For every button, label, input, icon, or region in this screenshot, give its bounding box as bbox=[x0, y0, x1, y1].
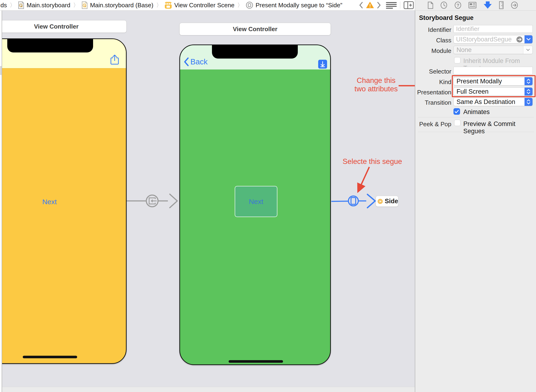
warning-icon[interactable] bbox=[366, 2, 374, 9]
download-icon[interactable] bbox=[318, 59, 327, 69]
storyboard-canvas[interactable]: View Controller View Controller Next Bac… bbox=[0, 10, 415, 392]
inspector-section-header: Storyboard Segue bbox=[419, 14, 474, 22]
document-outline-icon[interactable] bbox=[386, 2, 397, 9]
segue-icon bbox=[246, 1, 253, 9]
class-combo[interactable] bbox=[454, 35, 533, 44]
presentation-label: Presentation bbox=[416, 89, 451, 96]
module-value: None bbox=[454, 46, 523, 54]
attributes-inspector-panel: Storyboard Segue Identifier Class Module… bbox=[415, 10, 536, 392]
class-jump-arrow-icon[interactable] bbox=[516, 36, 523, 43]
kind-popup[interactable]: Present Modally bbox=[454, 77, 533, 85]
peek-pop-text: Preview & Commit Segues bbox=[463, 120, 536, 135]
breadcrumb-separator: 〉 bbox=[237, 1, 243, 9]
selector-label: Selector bbox=[416, 68, 451, 75]
canvas-bottom-strip bbox=[0, 387, 415, 392]
breadcrumb-item-storyboard[interactable]: Main.storyboard bbox=[18, 1, 70, 9]
class-dropdown-button[interactable] bbox=[525, 35, 532, 43]
storyboard-file-icon bbox=[18, 1, 24, 9]
scene2-home-indicator bbox=[229, 360, 283, 363]
size-inspector-icon[interactable] bbox=[499, 1, 504, 9]
transition-value: Same As Destination bbox=[454, 98, 525, 106]
breadcrumb: ds 〉 Main.storyboard 〉 Main.storyboard (… bbox=[0, 0, 342, 10]
svg-text:?: ? bbox=[456, 3, 459, 8]
peek-pop-label: Peek & Pop bbox=[416, 121, 451, 128]
transition-label: Transition bbox=[416, 99, 451, 106]
scene2-next-button[interactable]: Next bbox=[235, 186, 277, 217]
breadcrumb-separator: 〉 bbox=[9, 1, 16, 9]
transition-popup[interactable]: Same As Destination bbox=[454, 98, 533, 106]
annotation-select-segue: Selecte this segue bbox=[340, 157, 405, 166]
presentation-popup[interactable]: Full Screen bbox=[454, 87, 533, 96]
scene2-notch bbox=[212, 45, 298, 59]
peek-pop-checkbox[interactable] bbox=[454, 120, 460, 126]
scene2-title: View Controller bbox=[233, 26, 277, 33]
inspector-tabs: ? bbox=[428, 0, 518, 10]
scene1-title-bar[interactable]: View Controller bbox=[0, 20, 127, 33]
transition-stepper[interactable] bbox=[525, 98, 532, 106]
back-button[interactable] bbox=[359, 2, 363, 9]
forward-button[interactable] bbox=[377, 2, 381, 9]
scene2-title-bar[interactable]: View Controller bbox=[179, 23, 331, 35]
class-field[interactable] bbox=[454, 36, 516, 43]
identifier-label: Identifier bbox=[416, 26, 451, 33]
breadcrumb-label: View Controller Scene bbox=[174, 2, 234, 9]
breadcrumb-label: Present Modally segue to “Side” bbox=[256, 2, 342, 9]
connections-inspector-icon[interactable] bbox=[511, 1, 518, 9]
inherit-module-checkbox[interactable] bbox=[454, 57, 460, 63]
document-outline-collapsed[interactable] bbox=[0, 10, 2, 392]
breadcrumb-item-scene[interactable]: View Controller Scene bbox=[165, 2, 234, 9]
back-chevron-icon bbox=[184, 57, 189, 66]
module-popup[interactable]: None bbox=[454, 46, 533, 54]
animates-checkbox[interactable] bbox=[454, 108, 460, 115]
annotation-change-attributes: Change this two attributes bbox=[350, 76, 402, 93]
module-dropdown-button[interactable] bbox=[523, 46, 532, 54]
scene1-view-controller[interactable]: Next bbox=[0, 38, 127, 364]
xcode-window: ds 〉 Main.storyboard 〉 Main.storyboard (… bbox=[0, 0, 536, 392]
side-label: Side bbox=[385, 198, 398, 205]
identifier-field[interactable] bbox=[454, 25, 533, 33]
breadcrumb-item-truncated[interactable]: ds bbox=[0, 2, 7, 9]
animates-label: Animates bbox=[463, 108, 490, 116]
outline-drag-handle[interactable] bbox=[0, 66, 2, 75]
editor-controls bbox=[359, 0, 414, 10]
toolbar: ds 〉 Main.storyboard 〉 Main.storyboard (… bbox=[0, 0, 536, 10]
divider bbox=[418, 132, 534, 132]
exit-icon bbox=[378, 198, 383, 205]
back-label: Back bbox=[190, 57, 207, 66]
next-label: Next bbox=[249, 198, 263, 205]
scene1-next-button[interactable]: Next bbox=[0, 198, 110, 206]
divider bbox=[418, 117, 534, 117]
scene1-home-indicator bbox=[23, 356, 77, 358]
breadcrumb-separator: 〉 bbox=[156, 1, 162, 9]
attributes-inspector-icon[interactable] bbox=[483, 1, 492, 9]
storyboard-file-icon bbox=[81, 1, 88, 9]
breadcrumb-item-storyboard-base[interactable]: Main.storyboard (Base) bbox=[81, 1, 153, 9]
add-editor-icon[interactable] bbox=[403, 1, 414, 9]
help-inspector-icon[interactable]: ? bbox=[455, 1, 461, 9]
breadcrumb-label: ds bbox=[0, 2, 7, 9]
scene2-back-button[interactable]: Back bbox=[184, 57, 207, 66]
history-inspector-icon[interactable] bbox=[440, 1, 447, 9]
presentation-value: Full Screen bbox=[454, 88, 525, 95]
kind-label: Kind bbox=[416, 79, 451, 86]
breadcrumb-item-segue[interactable]: Present Modally segue to “Side” bbox=[246, 1, 342, 9]
breadcrumb-separator: 〉 bbox=[73, 1, 79, 9]
file-inspector-icon[interactable] bbox=[428, 2, 433, 9]
side-exit-chip[interactable]: Side bbox=[376, 196, 398, 207]
breadcrumb-label: Main.storyboard (Base) bbox=[90, 2, 153, 9]
kind-stepper[interactable] bbox=[525, 77, 532, 85]
selector-field[interactable] bbox=[454, 67, 533, 75]
scene1-notch bbox=[7, 39, 93, 52]
class-label: Class bbox=[416, 37, 451, 44]
breadcrumb-label: Main.storyboard bbox=[27, 2, 70, 9]
scene-icon bbox=[165, 2, 172, 9]
toolbar-divider bbox=[400, 2, 400, 9]
share-icon[interactable] bbox=[110, 55, 119, 65]
scene1-title: View Controller bbox=[34, 23, 79, 30]
kind-value: Present Modally bbox=[454, 78, 525, 85]
scene2-view-controller[interactable]: Back Next bbox=[179, 45, 331, 365]
identity-inspector-icon[interactable] bbox=[469, 2, 476, 9]
presentation-stepper[interactable] bbox=[525, 88, 532, 96]
module-label: Module bbox=[416, 47, 451, 55]
